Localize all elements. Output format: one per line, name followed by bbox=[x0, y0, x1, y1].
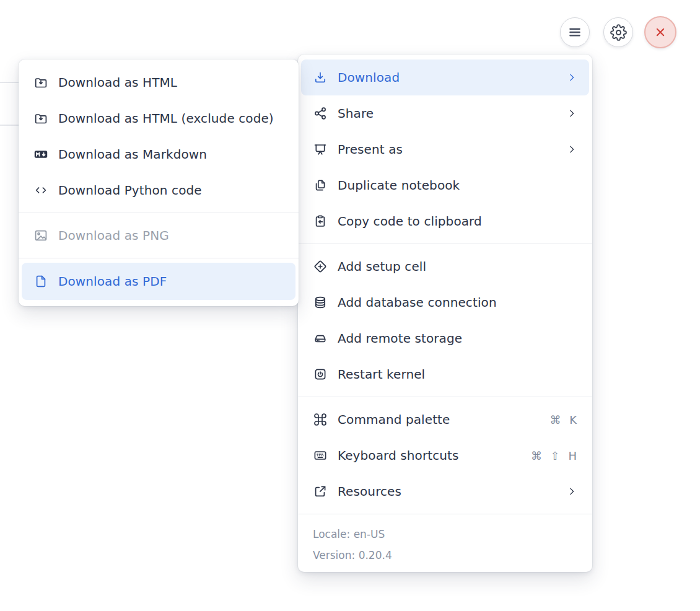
present-icon bbox=[313, 142, 328, 157]
locale-text: Locale: en-US bbox=[313, 524, 577, 545]
folder-download-icon bbox=[33, 111, 48, 126]
menu-item-download-python-code[interactable]: Download Python code bbox=[19, 172, 299, 208]
chevron-right-icon bbox=[566, 72, 577, 83]
menu-item-download[interactable]: Download bbox=[301, 59, 589, 95]
close-button[interactable] bbox=[644, 16, 676, 48]
menu-item-command-palette[interactable]: Command palette⌘ K bbox=[298, 402, 592, 437]
menu-item-label: Download as PNG bbox=[58, 228, 284, 243]
hamburger-menu-button[interactable] bbox=[560, 17, 590, 47]
menu-item-label: Resources bbox=[338, 484, 566, 499]
menu-item-label: Add database connection bbox=[338, 295, 577, 310]
menu-item-label: Command palette bbox=[338, 412, 549, 427]
menu-item-add-database-connection[interactable]: Add database connection bbox=[298, 284, 592, 320]
menu-item-present-as[interactable]: Present as bbox=[298, 131, 592, 167]
code-icon bbox=[33, 183, 48, 198]
menu-item-duplicate-notebook[interactable]: Duplicate notebook bbox=[298, 167, 592, 203]
menu-item-label: Download as HTML bbox=[58, 75, 284, 90]
download-submenu: Download as HTMLDownload as HTML (exclud… bbox=[19, 59, 299, 306]
menu-divider bbox=[19, 258, 299, 258]
hamburger-icon bbox=[567, 24, 583, 40]
clipboard-paste-icon bbox=[313, 214, 328, 229]
menu-item-label: Download as HTML (exclude code) bbox=[58, 111, 284, 126]
menu-item-label: Restart kernel bbox=[338, 367, 577, 382]
menu-item-share[interactable]: Share bbox=[298, 95, 592, 131]
version-text: Version: 0.20.4 bbox=[313, 545, 577, 566]
share-icon bbox=[313, 106, 328, 121]
file-pdf-icon bbox=[33, 274, 48, 289]
menu-item-label: Download as PDF bbox=[58, 274, 284, 289]
menu-footer: Locale: en-US Version: 0.20.4 bbox=[298, 519, 592, 566]
hard-drive-icon bbox=[313, 331, 328, 346]
chevron-right-icon bbox=[566, 486, 577, 497]
settings-button[interactable] bbox=[603, 17, 633, 47]
main-menu: DownloadSharePresent asDuplicate noteboo… bbox=[298, 55, 592, 572]
gear-icon bbox=[610, 24, 627, 41]
duplicate-icon bbox=[313, 178, 328, 193]
menu-item-add-remote-storage[interactable]: Add remote storage bbox=[298, 320, 592, 356]
database-icon bbox=[313, 295, 328, 310]
menu-item-label: Add remote storage bbox=[338, 331, 577, 346]
keyboard-icon bbox=[313, 448, 328, 463]
external-link-icon bbox=[313, 484, 328, 499]
close-icon bbox=[653, 25, 668, 40]
image-icon bbox=[33, 228, 48, 243]
markdown-icon bbox=[33, 147, 48, 162]
chevron-right-icon bbox=[566, 108, 577, 119]
menu-item-label: Keyboard shortcuts bbox=[338, 448, 531, 463]
page-underlay-line bbox=[0, 125, 19, 126]
menu-divider bbox=[298, 514, 592, 514]
page-underlay-line bbox=[0, 82, 19, 83]
menu-divider bbox=[19, 213, 299, 213]
menu-item-download-as-pdf[interactable]: Download as PDF bbox=[22, 263, 295, 300]
menu-item-label: Download bbox=[338, 70, 566, 85]
folder-download-icon bbox=[33, 75, 48, 90]
menu-item-label: Duplicate notebook bbox=[338, 178, 577, 193]
command-icon bbox=[313, 412, 328, 427]
menu-item-add-setup-cell[interactable]: Add setup cell bbox=[298, 248, 592, 284]
menu-item-label: Download as Markdown bbox=[58, 147, 284, 162]
menu-item-download-as-png: Download as PNG bbox=[19, 218, 299, 253]
menu-item-label: Add setup cell bbox=[338, 259, 577, 274]
menu-item-label: Copy code to clipboard bbox=[338, 214, 577, 229]
menu-item-resources[interactable]: Resources bbox=[298, 473, 592, 509]
menu-item-restart-kernel[interactable]: Restart kernel bbox=[298, 356, 592, 392]
menu-item-download-as-html[interactable]: Download as HTML bbox=[19, 64, 299, 100]
shortcut-hint: ⌘ ⇧ H bbox=[531, 449, 577, 462]
menu-item-copy-code-to-clipboard[interactable]: Copy code to clipboard bbox=[298, 203, 592, 239]
diamond-plus-icon bbox=[313, 259, 328, 274]
menu-item-label: Share bbox=[338, 106, 566, 121]
menu-item-download-as-markdown[interactable]: Download as Markdown bbox=[19, 136, 299, 172]
menu-item-keyboard-shortcuts[interactable]: Keyboard shortcuts⌘ ⇧ H bbox=[298, 437, 592, 473]
shortcut-hint: ⌘ K bbox=[549, 413, 577, 426]
chevron-right-icon bbox=[566, 144, 577, 155]
menu-divider bbox=[298, 244, 592, 244]
menu-item-label: Present as bbox=[338, 142, 566, 157]
menu-item-download-as-html-exclude-code[interactable]: Download as HTML (exclude code) bbox=[19, 100, 299, 136]
menu-item-label: Download Python code bbox=[58, 183, 284, 198]
download-icon bbox=[313, 70, 328, 85]
power-square-icon bbox=[313, 367, 328, 382]
menu-divider bbox=[298, 397, 592, 397]
